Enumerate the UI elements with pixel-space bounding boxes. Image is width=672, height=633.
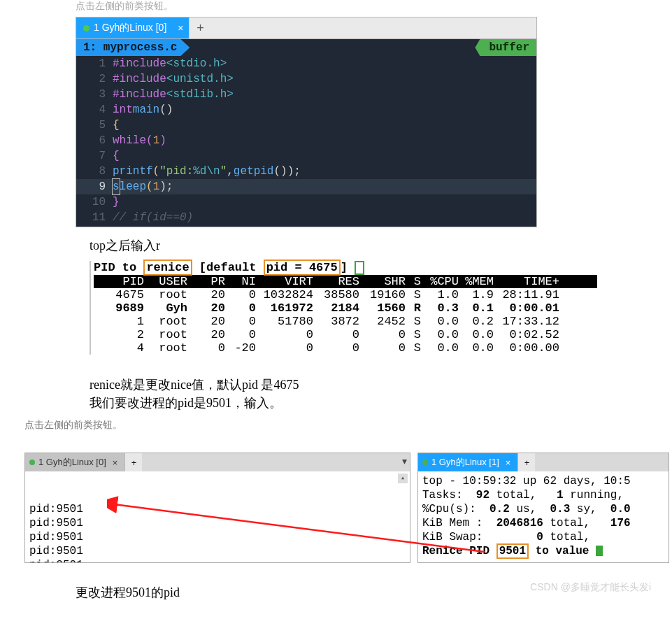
code-line: 11 // if(id==0) [76,210,536,225]
code-line: 7 { [76,148,536,164]
new-tab-button[interactable]: + [189,17,210,38]
tab-inactive[interactable]: 1 Gyh的Linux [0] × [25,453,124,471]
new-tab-button[interactable]: + [124,453,142,471]
right-tab-bar: 1 Gyh的Linux [1] × + [418,453,669,471]
table-row: 9689Gyh20016197221841560R0.30.10:00.01 [94,301,597,315]
close-icon[interactable]: × [178,22,183,34]
bottom-windows: 1 Gyh的Linux [0] × + ▾ ▴ pid:9501 pid:950… [24,453,672,563]
tab-status-dot-icon [422,460,428,465]
terminal-output[interactable]: ▴ pid:9501 pid:9501 pid:9501 pid:9501 pi… [25,471,410,562]
table-row: 2root200000S0.00.00:02.52 [94,328,597,341]
right-terminal-window: 1 Gyh的Linux [1] × + top - 10:59:32 up 62… [417,453,669,563]
caption-top-after: top之后输入r [90,237,672,254]
table-row: 4675root20010328243858019160S1.01.928:11… [94,288,597,301]
buffer-badge: buffer [475,39,536,56]
code-line: 2#include<unistd.h> [76,71,536,87]
input-cursor-icon [596,546,603,556]
code-line: 8 printf("pid:%d\n",getpid()); [76,164,536,179]
code-editor-window: 1 Gyh的Linux [0] × + 1: myprocess.c buffe… [76,17,537,227]
left-terminal-window: 1 Gyh的Linux [0] × + ▾ ▴ pid:9501 pid:950… [24,453,410,563]
terminal-output[interactable]: top - 10:59:32 up 62 days, 10:5 Tasks: 9… [418,471,669,562]
code-area[interactable]: 1: myprocess.c buffer 1#include<stdio.h>… [76,39,536,227]
watermark: CSDN @多睡觉才能长头发i [530,581,651,594]
code-line: 3#include<stdlib.h> [76,87,536,102]
top-prompt: PID to renice [default pid = 4675] [94,261,597,275]
caption-renice: renice就是更改nice值，默认pid 是4675 我们要改进程的pid是9… [90,376,672,412]
code-line: 10 } [76,194,536,210]
filename-badge: 1: myprocess.c [76,39,190,56]
code-line: 4int main() [76,102,536,118]
top-output-block: PID to renice [default pid = 4675] PIDUS… [90,261,597,355]
tab-status-dot-icon [29,460,35,465]
close-icon[interactable]: × [110,457,121,468]
table-row: 1root2005178038722452S0.00.217:33.12 [94,315,597,328]
table-row: 4root0-20000S0.00.00:00.00 [94,341,597,355]
tab-label: 1 Gyh的Linux [0] [38,456,106,469]
editor-tab-bar: 1 Gyh的Linux [0] × + [76,17,536,39]
tab-status-dot-icon [83,25,90,31]
pid-highlight: pid = 4675 [264,259,341,276]
code-line: 5{ [76,118,536,133]
minimize-icon[interactable]: ▾ [402,455,407,467]
editor-tab-label: 1 Gyh的Linux [0] [94,22,166,34]
new-tab-button[interactable]: + [517,453,535,471]
top-table-header: PIDUSERPRNIVIRTRESSHRS%CPU%MEMTIME+ [94,275,597,288]
code-line: 1#include<stdio.h> [76,56,536,71]
truncated-text-top: 点击左侧的前类按钮。 [76,0,672,13]
scroll-up-icon[interactable]: ▴ [398,474,408,483]
truncated-text: 点击左侧的前类按钮。 [24,419,672,432]
close-icon[interactable]: × [503,457,514,468]
tab-label: 1 Gyh的Linux [1] [431,456,499,469]
input-cursor-icon [355,261,364,275]
code-line-cursor: 9 sleep(1); [76,179,536,194]
pid-highlight: 9501 [496,543,529,559]
code-line: 6 while(1) [76,133,536,148]
editor-tab-active[interactable]: 1 Gyh的Linux [0] × [76,17,189,38]
left-tab-bar: 1 Gyh的Linux [0] × + ▾ [25,453,410,471]
tab-active[interactable]: 1 Gyh的Linux [1] × [418,453,517,471]
renice-highlight: renice [143,259,192,276]
